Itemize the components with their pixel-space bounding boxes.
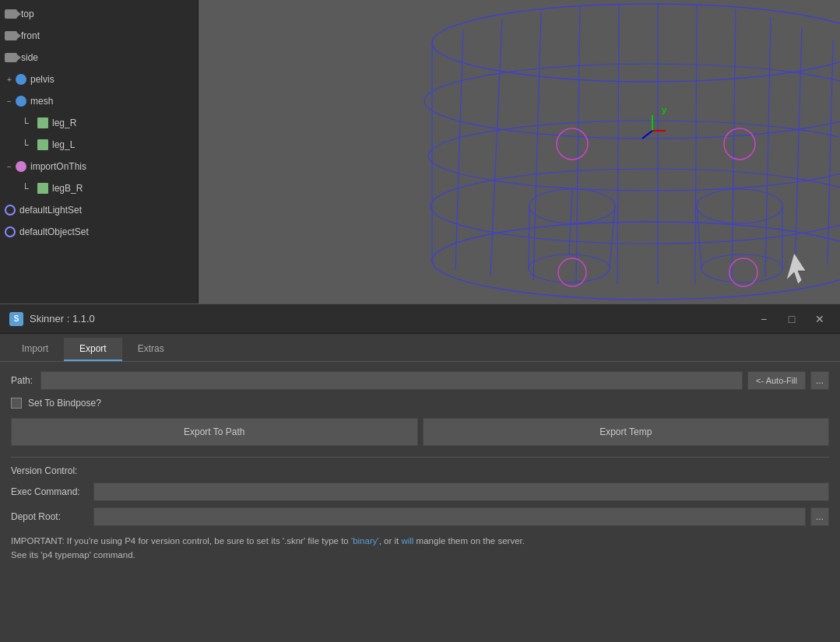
path-input[interactable]: [40, 371, 743, 390]
set-icon-objectset: [5, 226, 16, 237]
export-to-path-button[interactable]: Export To Path: [11, 418, 418, 446]
mesh-icon-legb-r: [37, 183, 48, 194]
tabs-bar: Import Export Extras: [0, 334, 840, 362]
outliner-label-pelvis: pelvis: [30, 74, 54, 85]
outliner-label-mesh: mesh: [30, 96, 53, 107]
outliner-item-importonthis[interactable]: − importOnThis: [0, 156, 198, 177]
camera-icon-front: [5, 31, 17, 40]
depot-root-label: Depot Root:: [11, 511, 89, 522]
bindpose-checkbox[interactable]: [11, 398, 22, 409]
outliner-label-top: top: [21, 9, 34, 19]
camera-icon-side: [5, 53, 17, 62]
tab-extras[interactable]: Extras: [122, 338, 180, 361]
outliner-label-importonthis: importOnThis: [30, 161, 86, 172]
exec-command-label: Exec Command:: [11, 486, 89, 497]
svg-text:y: y: [662, 105, 667, 114]
maximize-button[interactable]: □: [781, 310, 803, 328]
outliner-label-front: front: [21, 30, 40, 41]
minimize-button[interactable]: −: [753, 310, 775, 328]
3d-viewport[interactable]: y: [199, 0, 840, 303]
autofill-button[interactable]: <- Auto-Fill: [747, 371, 806, 390]
outliner-item-mesh[interactable]: − mesh: [0, 90, 198, 112]
window-controls: − □ ✕: [753, 310, 831, 328]
highlight-binary: 'binary': [351, 536, 379, 546]
depot-root-row: Depot Root: ...: [11, 507, 829, 526]
tab-export[interactable]: Export: [64, 338, 122, 361]
close-button[interactable]: ✕: [809, 310, 831, 328]
path-label: Path:: [11, 375, 33, 386]
version-control-label: Version Control:: [11, 465, 829, 476]
joint-icon-mesh: [16, 96, 26, 107]
expand-icon-pelvis: +: [5, 75, 14, 84]
viewport-area: top front side + pelvis − me: [0, 0, 840, 303]
skinner-panel: S Skinner : 1.1.0 − □ ✕ Import Export Ex…: [0, 303, 840, 572]
outliner-label-legb-r: legB_R: [52, 183, 83, 194]
app-icon: S: [9, 312, 23, 326]
title-bar: S Skinner : 1.1.0 − □ ✕: [0, 304, 840, 334]
outliner-item-top[interactable]: top: [0, 3, 198, 25]
path-browse-button[interactable]: ...: [810, 371, 829, 390]
camera-icon: [5, 9, 17, 19]
important-note-line1: IMPORTANT: If you're using P4 for versio…: [11, 536, 525, 546]
export-panel-content: Path: <- Auto-Fill ... Set To Bindpose? …: [0, 362, 840, 572]
outliner-label-leg-l: leg_L: [52, 139, 75, 150]
depot-browse-button[interactable]: ...: [810, 507, 829, 526]
bindpose-label: Set To Bindpose?: [28, 398, 101, 409]
exec-command-row: Exec Command:: [11, 482, 829, 501]
divider: [11, 457, 829, 458]
outliner-item-side[interactable]: side: [0, 47, 198, 68]
bindpose-row: Set To Bindpose?: [11, 398, 829, 409]
expand-icon-importonthis: −: [5, 162, 14, 171]
export-buttons-row: Export To Path Export Temp: [11, 418, 829, 446]
outliner-panel: top front side + pelvis − me: [0, 0, 199, 303]
outliner-label-leg-r: leg_R: [52, 118, 76, 128]
outliner-label-side: side: [21, 52, 38, 63]
depot-root-input[interactable]: [93, 507, 806, 526]
export-temp-button[interactable]: Export Temp: [423, 418, 830, 446]
important-note: IMPORTANT: If you're using P4 for versio…: [11, 534, 829, 563]
expand-icon-mesh: −: [5, 96, 14, 106]
highlight-will: will: [401, 536, 413, 546]
outliner-label-defaultobjectset: defaultObjectSet: [19, 226, 89, 237]
path-row: Path: <- Auto-Fill ...: [11, 371, 829, 390]
exec-command-input[interactable]: [93, 482, 829, 501]
outliner-item-front[interactable]: front: [0, 25, 198, 47]
title-bar-left: S Skinner : 1.1.0: [9, 312, 95, 326]
mesh-icon-leg-r: [37, 118, 48, 128]
outliner-item-pelvis[interactable]: + pelvis: [0, 68, 198, 90]
viewport-svg: y: [199, 0, 840, 303]
joint-icon-pelvis: [16, 74, 26, 85]
outliner-item-leg-r[interactable]: └ leg_R: [0, 112, 198, 134]
outliner-label-defaultlightset: defaultLightSet: [19, 205, 82, 216]
outliner-item-defaultlightset[interactable]: defaultLightSet: [0, 199, 198, 221]
outliner-item-defaultobjectset[interactable]: defaultObjectSet: [0, 221, 198, 243]
tab-import[interactable]: Import: [6, 338, 64, 361]
outliner-item-leg-l[interactable]: └ leg_L: [0, 134, 198, 156]
joint-icon-importonthis: [16, 161, 26, 172]
outliner-item-legb-r[interactable]: └ legB_R: [0, 177, 198, 199]
important-note-line2: See its 'p4 typemap' command.: [11, 550, 135, 560]
set-icon-lightset: [5, 205, 16, 216]
mesh-icon-leg-l: [37, 139, 48, 150]
app-title: Skinner : 1.1.0: [30, 313, 95, 325]
